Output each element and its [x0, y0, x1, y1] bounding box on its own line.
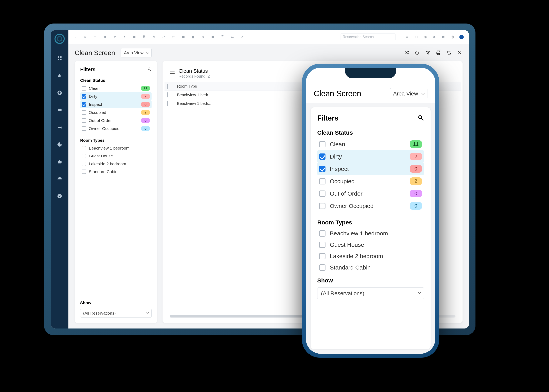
checkbox-icon[interactable]: [82, 102, 86, 107]
top-image-icon[interactable]: [181, 35, 185, 39]
checkbox-icon[interactable]: [82, 169, 86, 174]
top-bold-icon[interactable]: B: [142, 35, 146, 39]
checkbox-icon[interactable]: [319, 253, 325, 259]
checkbox-icon[interactable]: [167, 101, 168, 106]
top-bed-icon[interactable]: [230, 35, 234, 39]
checkbox-icon[interactable]: [167, 84, 168, 89]
phone-rt-beachview[interactable]: Beachview 1 bedroom: [317, 228, 424, 239]
checkbox-icon[interactable]: [82, 146, 86, 150]
filters-search-icon[interactable]: [147, 67, 152, 72]
nav-briefcase-icon[interactable]: [57, 159, 63, 165]
status-dirty[interactable]: Dirty 2: [80, 92, 152, 100]
phone-status-out-of-order[interactable]: Out of Order 0: [317, 187, 424, 200]
phone-rt-standard-cabin[interactable]: Standard Cabin: [317, 262, 424, 273]
checkbox-icon[interactable]: [319, 230, 325, 237]
top-search-icon[interactable]: [83, 35, 87, 39]
help-icon[interactable]: ?: [450, 35, 454, 39]
phone-status-owner-occupied[interactable]: Owner Occupied 0: [317, 200, 424, 212]
checkbox-icon[interactable]: [319, 141, 325, 147]
phone-show-select-wrap[interactable]: (All Reservations): [317, 286, 424, 299]
nav-check-icon[interactable]: [57, 193, 63, 199]
checkbox-icon[interactable]: [82, 154, 86, 158]
phone-status-inspect[interactable]: Inspect 0: [317, 163, 424, 175]
status-inspect[interactable]: Inspect 0: [80, 100, 152, 108]
checkbox-icon[interactable]: [82, 162, 86, 166]
print-icon[interactable]: [436, 50, 441, 56]
reload-icon[interactable]: [415, 50, 420, 56]
hamburger-icon[interactable]: [170, 71, 175, 75]
refresh-icon[interactable]: [446, 50, 452, 56]
bell-icon[interactable]: [432, 35, 436, 39]
top-cart-icon[interactable]: [201, 35, 205, 39]
calendar-icon[interactable]: [414, 35, 418, 39]
top-grid-icon[interactable]: [103, 35, 107, 39]
quick-search-icon[interactable]: [405, 35, 409, 39]
phone-filters-search-icon[interactable]: [418, 115, 424, 122]
top-a-icon[interactable]: A: [152, 35, 156, 39]
top-file-icon[interactable]: [191, 35, 195, 39]
header-room-type[interactable]: Room Type: [174, 82, 313, 91]
status-occupied[interactable]: Occupied 2: [80, 108, 152, 116]
view-select[interactable]: Area View: [120, 48, 152, 57]
checkbox-icon[interactable]: [319, 166, 325, 172]
checkbox-icon[interactable]: [319, 154, 325, 160]
header-checkbox[interactable]: [164, 82, 174, 91]
status-clean[interactable]: Clean 11: [80, 84, 152, 92]
top-quote-icon[interactable]: ❞: [221, 35, 225, 39]
phone-status-occupied[interactable]: Occupied 2: [317, 175, 424, 187]
close-icon[interactable]: [457, 50, 463, 56]
checkbox-icon[interactable]: [82, 118, 86, 123]
checkbox-icon[interactable]: [319, 190, 325, 197]
top-list-icon[interactable]: [93, 35, 97, 39]
top-settings-icon[interactable]: [74, 35, 77, 39]
svg-rect-12: [59, 160, 60, 161]
checkbox-icon[interactable]: [82, 110, 86, 115]
top-trophy-icon[interactable]: [123, 35, 127, 39]
checkbox-icon[interactable]: [319, 203, 325, 209]
phone-status-dirty[interactable]: Dirty 2: [317, 150, 424, 163]
phone-view-select-wrap[interactable]: Area View: [390, 88, 427, 99]
top-tool-icon[interactable]: [240, 35, 244, 39]
status-owner-occupied[interactable]: Owner Occupied 0: [80, 125, 152, 133]
checkbox-icon[interactable]: [82, 86, 86, 91]
rt-beachview[interactable]: Beachview 1 bedroom: [80, 144, 152, 152]
nav-grid-icon[interactable]: [57, 55, 63, 61]
app-logo-icon[interactable]: [55, 34, 65, 44]
checkbox-icon[interactable]: [319, 264, 325, 271]
top-bullets-icon[interactable]: [172, 35, 176, 39]
show-select[interactable]: (All Reservations): [80, 309, 152, 317]
checkbox-icon[interactable]: [167, 92, 168, 98]
phone-show-select[interactable]: (All Reservations): [317, 287, 424, 299]
show-select-wrap[interactable]: (All Reservations): [80, 307, 152, 317]
phone-rt-lakeside[interactable]: Lakeside 2 bedroom: [317, 251, 424, 262]
nav-card-icon[interactable]: [57, 107, 63, 113]
view-select-wrap[interactable]: Area View: [120, 48, 152, 57]
phone-view-select[interactable]: Area View: [390, 88, 427, 99]
reservation-search-input[interactable]: Reservation Search...: [341, 34, 395, 40]
top-people-icon[interactable]: [113, 35, 117, 39]
top-trend-icon[interactable]: [162, 35, 166, 39]
shuffle-icon[interactable]: [404, 50, 410, 56]
phone-rt-guest-house[interactable]: Guest House: [317, 239, 424, 251]
checkbox-icon[interactable]: [82, 126, 86, 131]
status-out-of-order[interactable]: Out of Order 0: [80, 116, 152, 125]
search-placeholder: Reservation Search...: [343, 35, 377, 39]
rt-guest-house[interactable]: Guest House: [80, 152, 152, 160]
globe-icon[interactable]: [423, 35, 427, 39]
top-report-icon[interactable]: [211, 35, 215, 39]
checkbox-icon[interactable]: [319, 242, 325, 248]
phone-status-clean[interactable]: Clean 11: [317, 138, 424, 150]
filter-icon[interactable]: [425, 50, 431, 56]
nav-pie-icon[interactable]: [57, 141, 63, 147]
nav-chart-icon[interactable]: [57, 72, 63, 78]
top-map-icon[interactable]: [132, 35, 136, 39]
checkbox-icon[interactable]: [82, 94, 86, 98]
rt-standard-cabin[interactable]: Standard Cabin: [80, 168, 152, 176]
nav-gauge-icon[interactable]: [57, 176, 63, 182]
nav-bed-icon[interactable]: [57, 124, 63, 130]
chat-icon[interactable]: [441, 35, 445, 39]
user-avatar-icon[interactable]: [459, 35, 464, 39]
rt-lakeside[interactable]: Lakeside 2 bedroom: [80, 160, 152, 168]
checkbox-icon[interactable]: [319, 178, 325, 184]
nav-add-icon[interactable]: [57, 90, 63, 96]
